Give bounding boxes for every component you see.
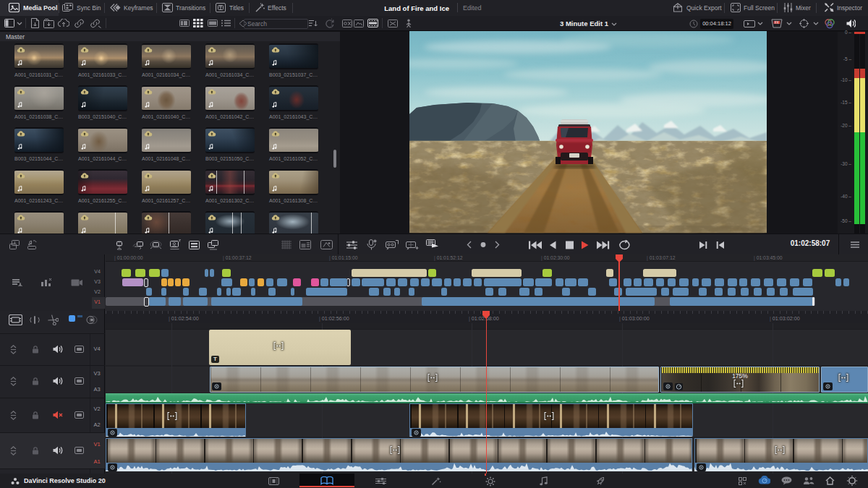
svg-text:FX: FX [775, 21, 779, 25]
